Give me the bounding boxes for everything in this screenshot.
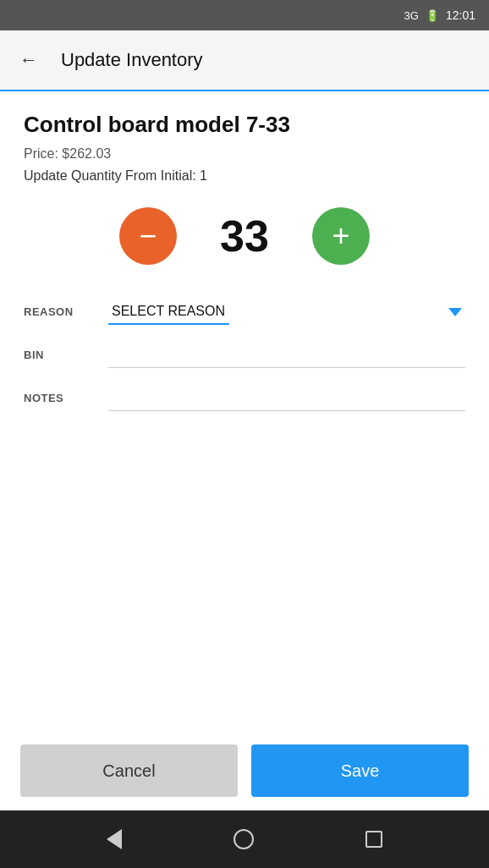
home-circle-icon — [234, 829, 254, 849]
cancel-button[interactable]: Cancel — [20, 744, 238, 797]
reason-row: REASON SELECT REASON Damaged Lost Receiv… — [24, 299, 465, 325]
qty-from-label: Update Quantity From Initial: 1 — [24, 168, 465, 184]
back-triangle-icon — [107, 829, 122, 849]
battery-icon: 🔋 — [426, 9, 439, 22]
signal-icon: 3G — [404, 9, 419, 22]
reason-label: REASON — [24, 305, 108, 318]
time-display: 12:01 — [446, 8, 475, 22]
bin-label: Bin — [24, 349, 108, 361]
app-bar: ← Update Inventory — [0, 30, 489, 91]
price-value: $262.03 — [62, 146, 111, 161]
quantity-stepper: − 33 + — [24, 207, 465, 265]
nav-back-button[interactable] — [107, 829, 122, 849]
nav-home-button[interactable] — [234, 829, 254, 849]
save-button[interactable]: Save — [251, 744, 469, 797]
increment-button[interactable]: + — [312, 207, 370, 265]
price-label: Price: — [24, 146, 58, 161]
nav-bar — [0, 810, 489, 868]
form-section: REASON SELECT REASON Damaged Lost Receiv… — [24, 299, 465, 411]
product-name: Control board model 7-33 — [24, 112, 465, 138]
quantity-value: 33 — [211, 211, 278, 261]
notes-input[interactable] — [108, 385, 465, 411]
bottom-bar: Cancel Save — [0, 731, 489, 810]
main-content: Control board model 7-33 Price: $262.03 … — [0, 91, 489, 731]
notes-label: Notes — [24, 392, 108, 404]
back-button[interactable]: ← — [14, 45, 44, 75]
notes-row: Notes — [24, 385, 465, 411]
reason-select-wrapper: SELECT REASON Damaged Lost Received Retu… — [108, 299, 465, 325]
bin-input[interactable] — [108, 342, 465, 368]
status-bar: 3G 🔋 12:01 — [0, 0, 489, 30]
dropdown-arrow-icon — [448, 308, 462, 316]
reason-select[interactable]: SELECT REASON Damaged Lost Received Retu… — [108, 299, 229, 325]
price-row: Price: $262.03 — [24, 146, 465, 162]
bin-row: Bin — [24, 342, 465, 368]
decrement-button[interactable]: − — [119, 207, 177, 265]
page-title: Update Inventory — [61, 49, 203, 71]
nav-recents-button[interactable] — [365, 831, 382, 848]
qty-initial-value: 1 — [200, 168, 207, 183]
recents-square-icon — [365, 831, 382, 848]
